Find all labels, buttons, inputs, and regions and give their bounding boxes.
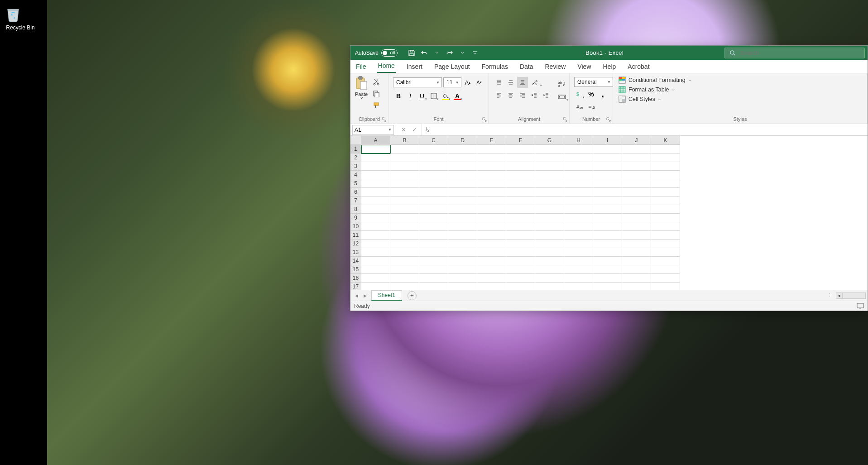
cell[interactable] xyxy=(535,214,564,222)
cell[interactable] xyxy=(448,283,477,290)
tab-insert[interactable]: Insert xyxy=(406,61,423,73)
row-header[interactable]: 11 xyxy=(350,231,361,240)
bold-button[interactable]: B xyxy=(393,91,404,101)
cell[interactable] xyxy=(390,205,419,214)
merge-center-button[interactable]: ▾ xyxy=(555,91,569,102)
autosave-toggle[interactable]: Off xyxy=(381,49,398,57)
cell[interactable] xyxy=(390,188,419,197)
row-header[interactable]: 7 xyxy=(350,197,361,205)
cell[interactable] xyxy=(506,274,535,283)
cell[interactable] xyxy=(564,274,593,283)
cell[interactable] xyxy=(477,197,506,205)
cell[interactable] xyxy=(390,248,419,257)
cell[interactable] xyxy=(593,257,622,265)
cell[interactable] xyxy=(361,188,390,197)
cell[interactable] xyxy=(535,179,564,188)
cell[interactable] xyxy=(419,274,448,283)
align-bottom-button[interactable] xyxy=(517,77,528,88)
cell[interactable] xyxy=(477,231,506,240)
cell[interactable] xyxy=(593,248,622,257)
row-header[interactable]: 16 xyxy=(350,274,361,283)
cell[interactable] xyxy=(622,274,651,283)
cell[interactable] xyxy=(651,179,680,188)
cell[interactable] xyxy=(390,274,419,283)
cell[interactable] xyxy=(390,145,419,153)
cell[interactable] xyxy=(390,162,419,171)
cell[interactable] xyxy=(361,283,390,290)
cell[interactable] xyxy=(593,274,622,283)
cell[interactable] xyxy=(593,214,622,222)
row-header[interactable]: 15 xyxy=(350,265,361,274)
row-header[interactable]: 1 xyxy=(350,145,361,153)
cell[interactable] xyxy=(535,153,564,162)
cell[interactable] xyxy=(564,162,593,171)
cell[interactable] xyxy=(419,248,448,257)
cell[interactable] xyxy=(535,231,564,240)
cell[interactable] xyxy=(535,197,564,205)
cell[interactable] xyxy=(448,265,477,274)
row-header[interactable]: 13 xyxy=(350,248,361,257)
cell[interactable] xyxy=(506,222,535,231)
cell[interactable] xyxy=(419,283,448,290)
column-header[interactable]: K xyxy=(651,136,680,145)
display-settings-icon[interactable] xyxy=(857,303,864,309)
sheet-tab-active[interactable]: Sheet1 xyxy=(371,290,402,301)
number-dialog-launcher[interactable] xyxy=(606,117,611,122)
wrap-text-button[interactable]: abc xyxy=(555,79,569,90)
cell[interactable] xyxy=(506,188,535,197)
font-color-button[interactable]: A▾ xyxy=(452,91,463,101)
column-header[interactable]: H xyxy=(564,136,593,145)
cell[interactable] xyxy=(477,205,506,214)
cell[interactable] xyxy=(419,179,448,188)
sheet-nav-next[interactable]: ► xyxy=(363,293,368,298)
cell[interactable] xyxy=(361,257,390,265)
cell[interactable] xyxy=(477,188,506,197)
hscroll-left[interactable]: ◄ xyxy=(836,292,842,299)
cell[interactable] xyxy=(622,265,651,274)
tab-view[interactable]: View xyxy=(576,61,592,73)
cell[interactable] xyxy=(564,205,593,214)
column-header[interactable]: I xyxy=(593,136,622,145)
cell[interactable] xyxy=(593,179,622,188)
select-all-corner[interactable] xyxy=(350,136,361,145)
cell[interactable] xyxy=(593,283,622,290)
increase-font-button[interactable]: A▴ xyxy=(463,77,473,88)
cell[interactable] xyxy=(419,197,448,205)
cell[interactable] xyxy=(448,145,477,153)
cell[interactable] xyxy=(651,214,680,222)
align-right-button[interactable] xyxy=(517,90,528,101)
tab-home[interactable]: Home xyxy=(377,60,396,73)
accounting-format-button[interactable]: $▾ xyxy=(574,89,585,100)
cell[interactable] xyxy=(622,248,651,257)
align-left-button[interactable] xyxy=(494,90,504,101)
tab-file[interactable]: File xyxy=(355,61,367,73)
cell[interactable] xyxy=(651,162,680,171)
column-header[interactable]: J xyxy=(622,136,651,145)
add-sheet-button[interactable]: + xyxy=(408,291,417,300)
cell[interactable] xyxy=(419,231,448,240)
cell[interactable] xyxy=(506,145,535,153)
cell[interactable] xyxy=(477,274,506,283)
percent-button[interactable]: % xyxy=(586,89,597,100)
cell[interactable] xyxy=(506,283,535,290)
cell[interactable] xyxy=(593,222,622,231)
cell[interactable] xyxy=(419,240,448,248)
cell[interactable] xyxy=(564,257,593,265)
cell[interactable] xyxy=(448,274,477,283)
cell[interactable] xyxy=(361,214,390,222)
name-box[interactable]: A1▼ xyxy=(352,125,394,135)
cell[interactable] xyxy=(361,205,390,214)
cell[interactable] xyxy=(361,153,390,162)
cell[interactable] xyxy=(361,171,390,179)
cell[interactable] xyxy=(477,240,506,248)
cell[interactable] xyxy=(622,240,651,248)
recycle-bin-icon[interactable]: Recycle Bin xyxy=(4,4,37,31)
decrease-font-button[interactable]: A▾ xyxy=(474,77,484,88)
cell[interactable] xyxy=(390,222,419,231)
font-dialog-launcher[interactable] xyxy=(482,117,487,122)
cell[interactable] xyxy=(419,145,448,153)
cell[interactable] xyxy=(448,162,477,171)
cell[interactable] xyxy=(390,171,419,179)
cell[interactable] xyxy=(448,248,477,257)
cell[interactable] xyxy=(448,171,477,179)
